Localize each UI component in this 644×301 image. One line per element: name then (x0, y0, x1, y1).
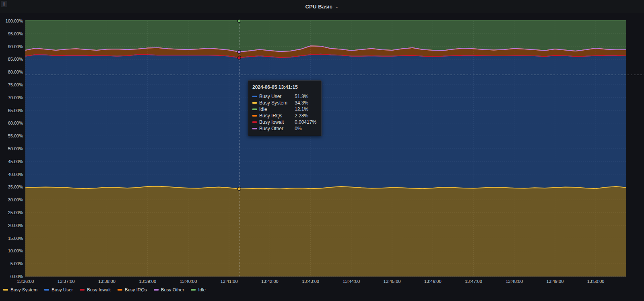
x-tick-label: 13:47:00 (465, 279, 482, 284)
y-tick-label: 45.00% (8, 159, 23, 164)
x-tick-label: 13:46:00 (424, 279, 442, 284)
y-tick-label: 0.00% (10, 274, 23, 279)
legend-swatch (44, 289, 49, 291)
tooltip-rows: Busy User51.3%Busy System34.3%Idle12.1%B… (252, 93, 316, 132)
tooltip-row: Busy User51.3% (252, 93, 316, 100)
hover-point-busy-other (237, 50, 241, 53)
x-tick-label: 13:44:00 (343, 279, 360, 284)
legend-swatch (118, 289, 122, 291)
x-tick-label: 13:49:00 (546, 279, 564, 284)
x-tick-label: 13:48:00 (506, 279, 523, 284)
legend-label: Busy System (10, 287, 37, 292)
x-tick-label: 13:43:00 (302, 279, 319, 284)
legend-item-busy-system[interactable]: Busy System (3, 287, 37, 292)
y-tick-label: 25.00% (8, 210, 23, 215)
panel-title-text: CPU Basic (305, 4, 333, 10)
tooltip-series-name: Busy User (259, 94, 295, 99)
legend-label: Busy Other (161, 287, 184, 292)
tooltip-row: Busy IRQs2.28% (252, 113, 316, 119)
legend-swatch (191, 289, 196, 291)
tooltip-timestamp: 2024-06-05 13:41:15 (252, 84, 316, 90)
tooltip-series-name: Idle (259, 106, 295, 112)
y-tick-label: 15.00% (8, 236, 23, 241)
tooltip-row: Busy Iowait0.00417% (252, 119, 316, 125)
tooltip-row: Busy Other0% (252, 125, 316, 132)
y-tick-label: 5.00% (10, 261, 23, 266)
tooltip-series-swatch (252, 121, 257, 123)
panel-info-icon[interactable]: i (1, 1, 7, 7)
chevron-down-icon: ⌄ (335, 4, 339, 9)
tooltip-series-swatch (252, 109, 257, 110)
y-tick-label: 10.00% (8, 248, 23, 253)
y-tick-label: 65.00% (8, 108, 23, 113)
tooltip-row: Idle12.1% (252, 106, 316, 113)
hover-point-idle (237, 19, 241, 23)
y-tick-label: 80.00% (8, 70, 23, 74)
y-tick-label: 20.00% (8, 223, 23, 228)
legend-label: Idle (198, 287, 206, 292)
legend-item-busy-irqs[interactable]: Busy IRQs (118, 287, 147, 292)
y-tick-label: 55.00% (8, 133, 23, 138)
legend-swatch (3, 289, 8, 291)
tooltip-series-value: 51.3% (295, 94, 316, 99)
x-tick-label: 13:50:00 (587, 279, 605, 284)
tooltip-series-name: Busy IRQs (259, 113, 295, 119)
legend-label: Busy IRQs (125, 287, 147, 292)
y-tick-label: 40.00% (8, 172, 23, 177)
y-tick-label: 100.00% (6, 18, 23, 23)
tooltip-series-swatch (252, 102, 257, 104)
y-tick-label: 75.00% (8, 82, 23, 87)
chart-legend: Busy SystemBusy UserBusy IowaitBusy IRQs… (3, 285, 206, 294)
series-areas (25, 21, 626, 276)
y-tick-label: 35.00% (8, 184, 23, 189)
x-tick-label: 13:39:00 (139, 279, 156, 284)
hover-point-busy-iowait (237, 56, 241, 59)
x-tick-label: 13:41:00 (221, 279, 238, 284)
grafana-panel: i CPU Basic ⌄ 0.00%5.00%10.00%15.00%20.0… (0, 0, 644, 301)
tooltip-series-value: 0% (295, 126, 316, 131)
hover-point-busy-system (237, 187, 241, 190)
x-tick-label: 13:37:00 (58, 279, 75, 284)
legend-item-busy-iowait[interactable]: Busy Iowait (80, 287, 111, 292)
y-tick-label: 60.00% (8, 121, 23, 125)
tooltip-series-name: Busy Other (259, 126, 295, 131)
tooltip-series-swatch (252, 128, 257, 129)
legend-item-busy-user[interactable]: Busy User (44, 287, 73, 292)
x-tick-label: 13:38:00 (98, 279, 116, 284)
tooltip-row: Busy System34.3% (252, 100, 316, 106)
tooltip-series-swatch (252, 115, 257, 117)
cpu-usage-chart[interactable]: 0.00%5.00%10.00%15.00%20.00%25.00%30.00%… (0, 0, 644, 286)
tooltip-series-value: 2.28% (295, 113, 316, 119)
x-tick-label: 13:36:00 (17, 279, 34, 284)
y-tick-label: 30.00% (8, 197, 23, 202)
y-tick-label: 50.00% (8, 146, 23, 151)
y-tick-label: 70.00% (8, 95, 23, 100)
legend-label: Busy User (52, 287, 73, 292)
tooltip-series-value: 34.3% (295, 100, 316, 106)
y-tick-label: 90.00% (8, 44, 23, 49)
x-tick-label: 13:45:00 (384, 279, 401, 284)
area-busy-user (25, 54, 626, 189)
area-busy-system (25, 186, 626, 277)
tooltip-series-name: Busy System (259, 100, 295, 106)
tooltip-series-value: 0.00417% (295, 119, 316, 125)
tooltip-series-swatch (252, 96, 257, 97)
legend-item-idle[interactable]: Idle (191, 287, 206, 292)
tooltip-series-name: Busy Iowait (259, 119, 295, 125)
legend-label: Busy Iowait (87, 287, 111, 292)
x-tick-label: 13:42:00 (261, 279, 279, 284)
panel-title[interactable]: CPU Basic ⌄ (305, 4, 339, 10)
hover-tooltip: 2024-06-05 13:41:15 Busy User51.3%Busy S… (248, 80, 322, 136)
legend-item-busy-other[interactable]: Busy Other (154, 287, 184, 292)
y-tick-label: 95.00% (8, 31, 23, 36)
y-tick-label: 85.00% (8, 57, 23, 61)
x-tick-label: 13:40:00 (180, 279, 197, 284)
legend-swatch (80, 289, 85, 291)
panel-header: CPU Basic ⌄ (0, 0, 644, 13)
legend-swatch (154, 289, 159, 291)
tooltip-series-value: 12.1% (295, 106, 316, 112)
